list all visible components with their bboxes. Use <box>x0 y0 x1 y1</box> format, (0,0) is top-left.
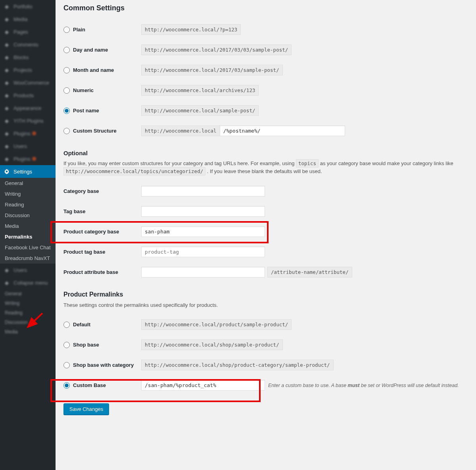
submenu-item-permalinks[interactable]: Permalinks <box>0 231 56 242</box>
sidebar-item-blurred[interactable]: ◆Projects <box>0 64 56 76</box>
url-example: http://woocommerce.local/sample-post/ <box>141 105 259 116</box>
sidebar-item-blurred[interactable]: ◆Blocks <box>0 51 56 64</box>
radio-product-shop-base[interactable] <box>63 342 70 348</box>
menu-icon: ◆ <box>3 155 10 162</box>
menu-icon: ◆ <box>3 54 10 61</box>
custom-base-input[interactable] <box>141 380 265 391</box>
menu-icon: ◆ <box>3 130 10 137</box>
submenu-item-reading[interactable]: Reading <box>0 199 56 210</box>
product-option-shop-base-with-category[interactable]: Shop base with category <box>63 362 137 368</box>
url-example: http://woocommerce.local/2017/03/sample-… <box>141 65 283 75</box>
submenu-item-discussion[interactable]: Discussion <box>0 210 56 221</box>
product-option-default[interactable]: Default <box>63 322 137 328</box>
sidebar-item-blurred[interactable]: Writing <box>0 299 56 308</box>
radio-numeric[interactable] <box>63 87 70 94</box>
permalink-option-post-name[interactable]: Post name <box>63 108 137 114</box>
svg-line-0 <box>28 313 42 327</box>
sidebar-item-blurred[interactable]: ◆Pages <box>0 25 56 38</box>
menu-icon: ◆ <box>3 117 10 124</box>
tag-base-input[interactable] <box>141 206 265 217</box>
product-permalinks-table: Defaulthttp://woocommerce.local/product/… <box>63 314 468 395</box>
custom-structure-input[interactable] <box>220 125 345 136</box>
submenu-item-writing[interactable]: Writing <box>0 189 56 199</box>
permalink-option-month-and-name[interactable]: Month and name <box>63 67 137 73</box>
permalink-option-numeric[interactable]: Numeric <box>63 87 137 94</box>
radio-day-and-name[interactable] <box>63 47 70 53</box>
product-category-base-input[interactable] <box>141 226 265 237</box>
sidebar-item-blurred[interactable]: ◆Appearance <box>0 102 56 114</box>
permalink-option-plain[interactable]: Plain <box>63 27 137 33</box>
sidebar-item-blurred[interactable]: ◆Comments <box>0 38 56 51</box>
attribute-suffix: /attribute-name/attribute/ <box>267 267 352 277</box>
admin-sidebar: ◆Portfolio◆Media◆Pages◆Comments◆Blocks◆P… <box>0 0 56 470</box>
submenu-item-general[interactable]: General <box>0 178 56 189</box>
url-example: http://woocommerce.local/?p=123 <box>141 24 241 35</box>
sidebar-item-blurred[interactable]: General <box>0 289 56 299</box>
update-badge <box>32 131 36 135</box>
sidebar-item-blurred[interactable]: ◆Products <box>0 89 56 102</box>
save-changes-button[interactable]: Save Changes <box>63 403 109 415</box>
product-attribute-base-label: Product attribute base <box>63 262 141 282</box>
url-example: http://woocommerce.local/shop/sample-pro… <box>141 339 283 350</box>
sidebar-item-blurred[interactable]: ◆Plugins <box>0 127 56 140</box>
menu-icon: ◆ <box>3 3 10 10</box>
content-area: Common Settings Plainhttp://woocommerce.… <box>56 0 476 470</box>
settings-submenu: GeneralWritingReadingDiscussionMediaPerm… <box>0 178 56 264</box>
submenu-item-facebook-live-chat[interactable]: Facebook Live Chat <box>0 242 56 253</box>
category-base-label: Category base <box>63 181 141 201</box>
annotation-arrow <box>25 311 44 331</box>
category-base-input[interactable] <box>141 186 265 196</box>
menu-icon: ◆ <box>3 104 10 112</box>
optional-heading: Optional <box>63 150 468 156</box>
menu-icon: ◆ <box>3 41 10 48</box>
product-attribute-base-input[interactable] <box>141 267 265 277</box>
submenu-item-media[interactable]: Media <box>0 221 56 231</box>
sidebar-item-blurred[interactable]: ◆WooCommerce <box>0 76 56 89</box>
product-permalinks-desc: These settings control the permalinks us… <box>63 301 468 309</box>
menu-icon: ◆ <box>3 92 10 99</box>
radio-product-default[interactable] <box>63 322 70 328</box>
common-settings-heading: Common Settings <box>63 4 468 12</box>
menu-icon: ◆ <box>3 15 10 23</box>
custom-prefix: http://woocommerce.local <box>141 125 220 136</box>
radio-post-name[interactable] <box>63 108 70 114</box>
radio-month-and-name[interactable] <box>63 67 70 73</box>
radio-product-shop-base-with-category[interactable] <box>63 362 70 368</box>
sidebar-item-blurred[interactable]: ◆Portfolio <box>0 0 56 13</box>
settings-label: Settings <box>13 169 32 175</box>
url-example: http://woocommerce.local/product/sample-… <box>141 319 292 330</box>
radio-plain[interactable] <box>63 27 70 33</box>
tag-base-label: Tag base <box>63 201 141 222</box>
product-category-base-label: Product category base <box>63 222 141 242</box>
custom-base-hint: Enter a custom base to use. A base must … <box>268 383 459 388</box>
radio-product-custom-base[interactable] <box>63 382 70 389</box>
sidebar-item-blurred[interactable]: ◆Media <box>0 13 56 25</box>
sidebar-item-blurred[interactable]: ◆Users <box>0 140 56 152</box>
product-option-shop-base[interactable]: Shop base <box>63 342 137 348</box>
permalink-option-day-and-name[interactable]: Day and name <box>63 47 137 53</box>
menu-icon: ◆ <box>3 79 10 86</box>
menu-icon: ◆ <box>3 66 10 73</box>
sidebar-item-blurred[interactable]: ◆Plugins <box>0 152 56 165</box>
product-tag-base-input[interactable] <box>141 247 265 257</box>
product-tag-base-label: Product tag base <box>63 242 141 262</box>
settings-icon <box>3 168 10 175</box>
optional-table: Category baseTag baseProduct category ba… <box>63 181 468 282</box>
url-example: http://woocommerce.local/2017/03/03/samp… <box>141 44 292 55</box>
url-example: http://woocommerce.local/shop/product-ca… <box>141 360 334 370</box>
menu-icon: ◆ <box>3 143 10 150</box>
submenu-item-breadcrumb-navxt[interactable]: Breadcrumb NavXT <box>0 253 56 264</box>
sidebar-item-blurred[interactable]: ◆Collapse menu <box>0 276 56 289</box>
update-badge <box>32 157 36 161</box>
radio-custom-structure[interactable] <box>63 128 70 134</box>
sidebar-item-blurred[interactable]: ◆Users <box>0 264 56 276</box>
product-option-custom-base[interactable]: Custom Base <box>63 382 137 389</box>
common-settings-table: Plainhttp://woocommerce.local/?p=123 Day… <box>63 19 468 141</box>
optional-desc: If you like, you may enter custom struct… <box>63 160 468 175</box>
url-example: http://woocommerce.local/archives/123 <box>141 85 259 96</box>
sidebar-item-blurred[interactable]: ◆YITH Plugins <box>0 114 56 127</box>
menu-icon: ◆ <box>3 28 10 35</box>
product-permalinks-heading: Product Permalinks <box>63 291 468 298</box>
sidebar-item-settings[interactable]: Settings <box>0 165 56 178</box>
permalink-option-custom[interactable]: Custom Structure <box>63 128 137 134</box>
